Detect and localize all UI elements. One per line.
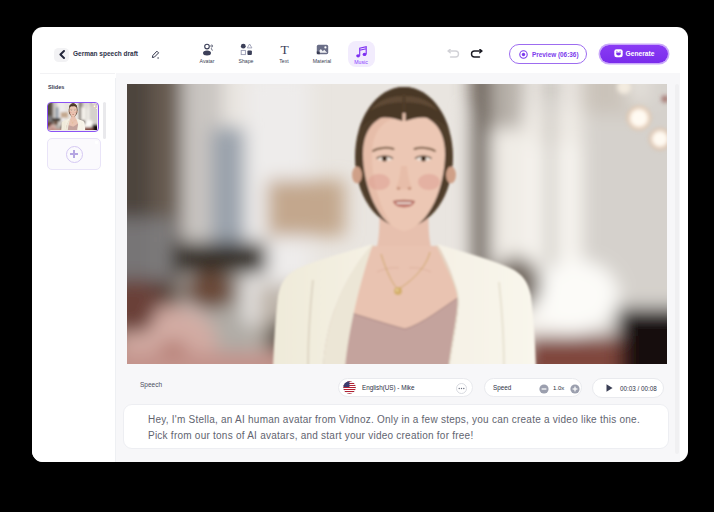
svg-text:T: T	[280, 43, 289, 56]
